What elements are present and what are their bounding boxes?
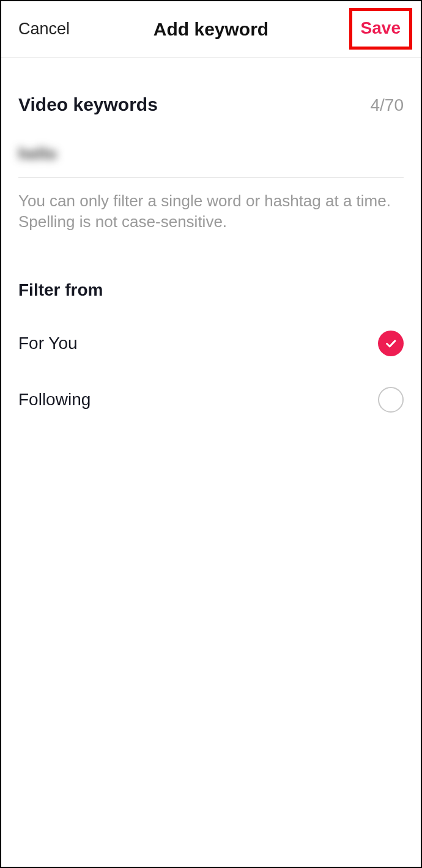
checkmark-icon xyxy=(384,337,398,350)
filter-option-for-you[interactable]: For You xyxy=(18,331,404,356)
cancel-button[interactable]: Cancel xyxy=(18,20,70,39)
page-title: Add keyword xyxy=(154,19,268,40)
character-counter: 4/70 xyxy=(371,95,404,115)
video-keywords-title: Video keywords xyxy=(18,94,158,115)
keyword-helper-text: You can only filter a single word or has… xyxy=(18,191,404,233)
radio-unselected[interactable] xyxy=(378,387,404,413)
filter-option-label: Following xyxy=(18,390,91,410)
header-bar: Cancel Add keyword Save xyxy=(1,1,421,58)
keyword-input[interactable]: hello xyxy=(18,144,404,178)
keyword-input-value: hello xyxy=(18,144,57,163)
save-highlight-box: Save xyxy=(349,8,412,50)
content-area: Video keywords 4/70 hello You can only f… xyxy=(1,58,421,413)
filter-option-following[interactable]: Following xyxy=(18,387,404,413)
filter-option-label: For You xyxy=(18,334,78,353)
filter-from-title: Filter from xyxy=(18,280,404,300)
keywords-header-row: Video keywords 4/70 xyxy=(18,78,404,115)
save-button[interactable]: Save xyxy=(361,18,401,38)
radio-selected[interactable] xyxy=(378,331,404,356)
